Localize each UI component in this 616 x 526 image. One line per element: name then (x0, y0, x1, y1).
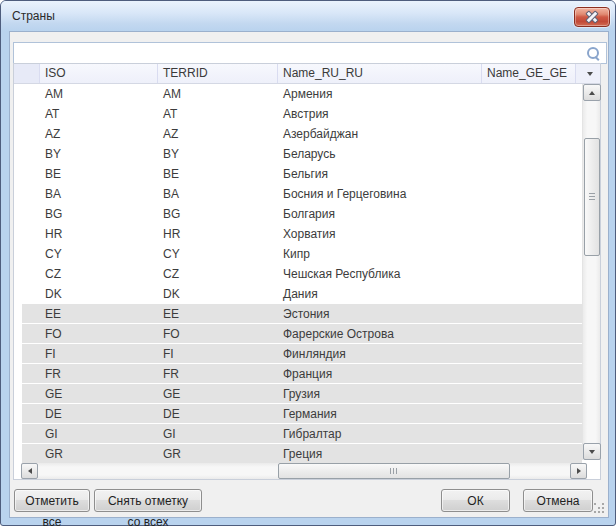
cell-name-ge (482, 304, 582, 324)
cell-name-ru: Грузия (278, 384, 482, 404)
header-name-ru[interactable]: Name_RU_RU (278, 64, 482, 83)
chevron-down-icon (587, 72, 593, 76)
table-row[interactable]: AT AT Австрия (14, 104, 582, 124)
table-row[interactable]: GE GE Грузия (14, 384, 582, 404)
row-indicator-cell (14, 404, 40, 424)
mark-all-button[interactable]: Отметить все (14, 489, 90, 512)
cell-name-ge (482, 84, 582, 104)
cell-iso: GI (40, 424, 158, 444)
cell-terrid: AZ (158, 124, 278, 144)
ok-button[interactable]: ОК (441, 489, 510, 512)
table-row[interactable]: AZ AZ Азербайджан (14, 124, 582, 144)
table-row[interactable]: HR HR Хорватия (14, 224, 582, 244)
title-bar[interactable]: Страны (1, 1, 615, 31)
vertical-scrollbar-thumb[interactable] (584, 138, 600, 256)
table-row[interactable]: FO FO Фарерские Острова (14, 324, 582, 344)
row-indicator-cell (14, 84, 40, 104)
table-row[interactable]: BA BA Босния и Герцеговина (14, 184, 582, 204)
cell-iso: FO (40, 324, 158, 344)
cell-name-ge (482, 144, 582, 164)
cell-iso: CY (40, 244, 158, 264)
horizontal-scrollbar[interactable] (21, 463, 587, 479)
cell-name-ru: Беларусь (278, 144, 482, 164)
cell-name-ge (482, 404, 582, 424)
table-row[interactable]: BY BY Беларусь (14, 144, 582, 164)
cell-name-ge (482, 224, 582, 244)
table-row[interactable]: FR FR Франция (14, 364, 582, 384)
scroll-down-button[interactable] (583, 443, 601, 460)
search-input[interactable] (16, 44, 588, 62)
cell-iso: CZ (40, 264, 158, 284)
resize-grip[interactable] (594, 503, 605, 514)
arrow-down-icon (589, 450, 595, 454)
cell-iso: FI (40, 344, 158, 364)
search-icon[interactable] (586, 46, 600, 60)
horizontal-scrollbar-thumb[interactable] (278, 463, 510, 479)
table-row[interactable]: DE DE Германия (14, 404, 582, 424)
cell-terrid: GI (158, 424, 278, 444)
row-indicator-cell (14, 124, 40, 144)
arrow-left-icon (28, 468, 32, 474)
cell-name-ge (482, 364, 582, 384)
row-indicator-cell (14, 364, 40, 384)
cell-name-ru: Германия (278, 404, 482, 424)
table-row[interactable]: AM AM Армения (14, 84, 582, 104)
cell-iso: DK (40, 284, 158, 304)
row-indicator-cell (14, 224, 40, 244)
cell-iso: GE (40, 384, 158, 404)
table-row[interactable]: BG BG Болгария (14, 204, 582, 224)
row-indicator-cell (14, 164, 40, 184)
cell-name-ge (482, 284, 582, 304)
cell-name-ge (482, 184, 582, 204)
cell-terrid: BE (158, 164, 278, 184)
cancel-button[interactable]: Отмена (523, 489, 593, 512)
row-indicator-cell (14, 184, 40, 204)
cell-name-ru: Эстония (278, 304, 482, 324)
header-iso[interactable]: ISO (40, 64, 158, 83)
row-indicator-cell (14, 384, 40, 404)
cell-name-ru: Фарерские Острова (278, 324, 482, 344)
cell-name-ge (482, 164, 582, 184)
table-row[interactable]: GI GI Гибралтар (14, 424, 582, 444)
table-row[interactable]: CY CY Кипр (14, 244, 582, 264)
scroll-up-button[interactable] (583, 84, 601, 101)
cell-terrid: DE (158, 404, 278, 424)
cell-terrid: EE (158, 304, 278, 324)
search-panel (13, 42, 607, 64)
vertical-scrollbar[interactable] (582, 84, 600, 460)
window-title: Страны (12, 9, 55, 23)
grid-rows: AM AM Армения AT AT Австрия AZ AZ Азерба… (14, 84, 582, 464)
header-name-ge[interactable]: Name_GE_GE (482, 64, 576, 83)
cell-terrid: FO (158, 324, 278, 344)
dialog-client-area: ISO TERRID Name_RU_RU Name_GE_GE AM AM А… (9, 31, 609, 518)
column-chooser-button[interactable] (576, 64, 600, 83)
cell-name-ge (482, 444, 582, 464)
table-row[interactable]: DK DK Дания (14, 284, 582, 304)
cell-name-ge (482, 344, 582, 364)
table-row[interactable]: CZ CZ Чешская Республика (14, 264, 582, 284)
scroll-left-button[interactable] (21, 463, 38, 479)
table-row[interactable]: FI FI Финляндия (14, 344, 582, 364)
cell-terrid: BY (158, 144, 278, 164)
cell-name-ru: Франция (278, 364, 482, 384)
cell-name-ge (482, 204, 582, 224)
cell-iso: AZ (40, 124, 158, 144)
unmark-all-button[interactable]: Снять отметку со всех (94, 489, 202, 512)
header-terrid[interactable]: TERRID (158, 64, 278, 83)
cell-name-ge (482, 384, 582, 404)
header-row-indicator[interactable] (14, 64, 40, 83)
cell-iso: BY (40, 144, 158, 164)
cell-name-ru: Финляндия (278, 344, 482, 364)
scroll-right-button[interactable] (570, 463, 587, 479)
row-indicator-cell (14, 204, 40, 224)
countries-grid: ISO TERRID Name_RU_RU Name_GE_GE AM AM А… (13, 63, 601, 480)
cell-terrid: BG (158, 204, 278, 224)
close-button[interactable] (574, 7, 610, 27)
cell-terrid: FI (158, 344, 278, 364)
row-indicator-cell (14, 444, 40, 464)
cell-iso: AT (40, 104, 158, 124)
table-row[interactable]: GR GR Греция (14, 444, 582, 464)
table-row[interactable]: BE BE Бельгия (14, 164, 582, 184)
dialog-window: Страны ISO TERRID Name_RU_RU Name_GE_GE … (0, 0, 616, 526)
table-row[interactable]: EE EE Эстония (14, 304, 582, 324)
